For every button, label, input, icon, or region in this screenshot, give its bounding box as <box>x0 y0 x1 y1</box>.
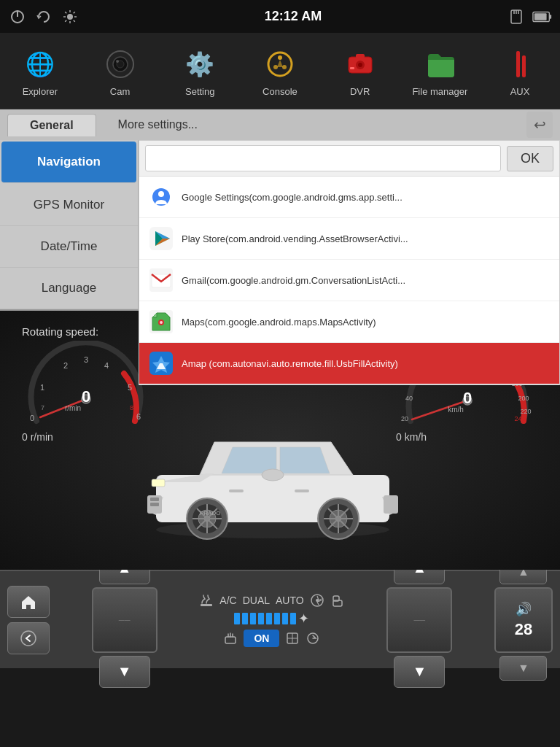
explorer-label: Explorer <box>23 86 58 97</box>
temp-down-button[interactable]: ▼ <box>99 656 150 688</box>
console-icon <box>261 45 299 83</box>
status-bar: 12:12 AM <box>0 0 560 33</box>
google-settings-text: Google Settings(com.google.android.gms.a… <box>182 192 402 203</box>
app-item-setting[interactable]: ⚙️ Setting <box>167 45 233 97</box>
dropdown-item-amap[interactable]: Amap (com.autonavi.auto.remote.fill.UsbF… <box>139 343 559 384</box>
svg-text:40: 40 <box>405 395 413 402</box>
maps-icon <box>148 309 174 335</box>
right-temp-display: ── <box>386 587 452 653</box>
back-nav-button[interactable] <box>7 622 50 654</box>
app-item-explorer[interactable]: 🌐 Explorer <box>7 45 73 97</box>
svg-text:0: 0 <box>30 414 34 422</box>
dropdown-item-google-settings[interactable]: Google Settings(com.google.android.gms.a… <box>139 177 559 218</box>
power-icon <box>7 7 28 27</box>
heat-icon <box>199 593 214 608</box>
svg-text:200: 200 <box>518 395 529 402</box>
settings-content: Navigation GPS Monitor Date/Time Languag… <box>0 140 560 309</box>
ac-label: A/C <box>219 595 236 606</box>
svg-point-25 <box>282 65 287 69</box>
nav-button-group <box>7 586 50 654</box>
fan-star-icon: ✦ <box>298 611 309 627</box>
seat-heat-icon <box>330 593 345 608</box>
ac-controls: A/C DUAL AUTO ✦ ON <box>199 593 344 647</box>
svg-line-7 <box>65 12 66 13</box>
svg-text:3: 3 <box>84 355 88 364</box>
svg-point-81 <box>262 469 284 481</box>
bottom-controls: ▲ ── ▼ A/C DUAL AUTO ✦ ON ▲ <box>0 570 560 668</box>
car-image: PRADO <box>134 409 426 555</box>
dropdown-item-maps[interactable]: Maps(com.google.android.maps.MapsActivit… <box>139 301 559 343</box>
sidebar-item-navigation[interactable]: Navigation <box>1 142 136 183</box>
car-illustration: PRADO <box>134 409 411 541</box>
sidebar-item-gps-monitor[interactable]: GPS Monitor <box>0 185 138 226</box>
svg-point-21 <box>116 60 119 63</box>
vent-icon <box>285 631 300 646</box>
auto-label: AUTO <box>276 595 304 606</box>
dropdown-item-play-store[interactable]: Play Store(com.android.vending.AssetBrow… <box>139 218 559 260</box>
svg-text:0: 0 <box>82 387 90 406</box>
battery-icon <box>532 7 553 27</box>
svg-point-23 <box>278 55 282 60</box>
app-bar: 🌐 Explorer Cam ⚙️ Setting Console DVR Fi… <box>0 33 560 109</box>
app-item-file-manager[interactable]: File manager <box>407 45 472 97</box>
dual-label: DUAL <box>243 595 270 606</box>
svg-point-29 <box>358 63 362 67</box>
svg-point-105 <box>316 599 319 602</box>
maps-text: Maps(com.google.android.maps.MapsActivit… <box>182 317 376 328</box>
console-label: Console <box>262 86 298 97</box>
right-temp-down-button[interactable]: ▼ <box>394 656 445 688</box>
gmail-text: Gmail(com.google.android.gm.Conversation… <box>182 275 405 286</box>
settings-back-button[interactable]: ↩ <box>526 112 553 138</box>
svg-text:r/min: r/min <box>65 404 81 412</box>
svg-rect-108 <box>225 637 236 643</box>
svg-text:220: 220 <box>520 408 531 415</box>
tab-general[interactable]: General <box>7 114 96 136</box>
ac-on-button[interactable]: ON <box>244 630 279 647</box>
app-item-cam[interactable]: Cam <box>88 45 153 97</box>
left-temp-display: ── <box>92 587 158 653</box>
svg-text:0: 0 <box>463 389 472 407</box>
tab-more-settings[interactable]: More settings... <box>104 114 212 136</box>
recirculate-icon <box>306 631 320 646</box>
sidebar-item-date-time[interactable]: Date/Time <box>0 226 138 268</box>
svg-text:5: 5 <box>128 383 132 392</box>
svg-point-102 <box>21 631 36 646</box>
svg-rect-78 <box>150 498 159 501</box>
rotating-speed-label: Rotating speed: <box>22 325 149 338</box>
svg-point-24 <box>273 65 278 69</box>
aux-label: AUX <box>510 86 530 97</box>
svg-line-10 <box>65 20 66 21</box>
google-settings-icon <box>148 184 174 210</box>
dropdown-search-input[interactable] <box>145 145 501 171</box>
fan-control: ✦ <box>234 611 309 627</box>
rotate-icon <box>34 7 54 27</box>
svg-line-8 <box>74 20 75 21</box>
dropdown-item-gmail[interactable]: Gmail(com.google.android.gm.Conversation… <box>139 260 559 301</box>
svg-text:2: 2 <box>63 361 68 370</box>
svg-point-2 <box>67 14 73 20</box>
play-store-text: Play Store(com.android.vending.AssetBrow… <box>182 233 408 244</box>
app-item-console[interactable]: Console <box>247 45 313 97</box>
dropdown-search-row: OK <box>139 141 559 177</box>
svg-text:PRADO: PRADO <box>200 510 220 516</box>
status-bar-right-icons <box>506 7 553 27</box>
ac-top-row: A/C DUAL AUTO <box>199 593 344 608</box>
svg-line-9 <box>74 12 75 13</box>
left-temp-label: ── <box>119 616 131 624</box>
svg-text:8: 8 <box>130 404 133 411</box>
svg-text:1: 1 <box>40 383 44 392</box>
cam-icon <box>101 45 139 83</box>
app-item-dvr[interactable]: DVR <box>327 45 393 97</box>
dropdown-ok-button[interactable]: OK <box>507 146 553 171</box>
home-button[interactable] <box>7 586 50 618</box>
file-manager-label: File manager <box>412 86 467 97</box>
app-item-aux[interactable]: AUX <box>487 45 553 97</box>
volume-display: 🔊 28 <box>494 587 553 653</box>
volume-down-button[interactable]: ▼ <box>499 656 547 681</box>
right-temp-label: ── <box>414 616 426 624</box>
dropdown-list: Google Settings(com.google.android.gms.a… <box>139 177 559 384</box>
setting-icon: ⚙️ <box>181 45 219 83</box>
ac-bottom-row: ON <box>223 630 320 647</box>
sidebar-item-language[interactable]: Language <box>0 268 138 309</box>
settings-sidebar: Navigation GPS Monitor Date/Time Languag… <box>0 140 139 309</box>
